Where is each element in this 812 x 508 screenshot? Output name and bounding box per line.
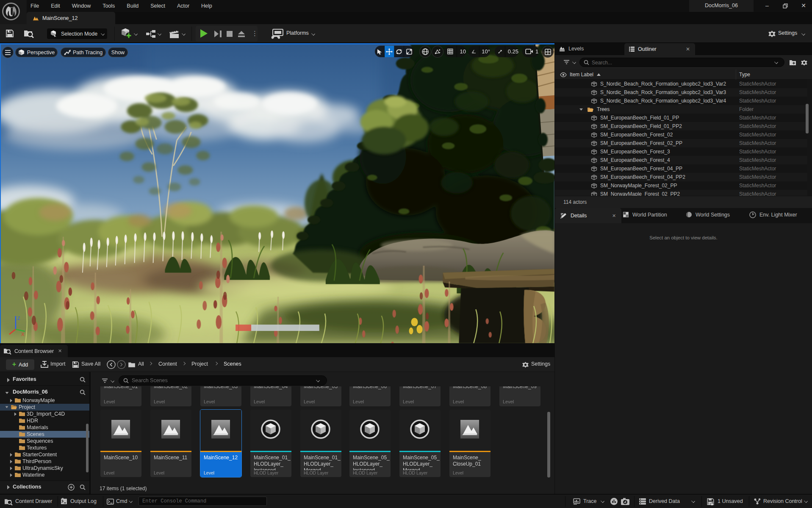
svg-text:X: X — [21, 332, 25, 337]
svg-text:Z: Z — [17, 316, 20, 321]
